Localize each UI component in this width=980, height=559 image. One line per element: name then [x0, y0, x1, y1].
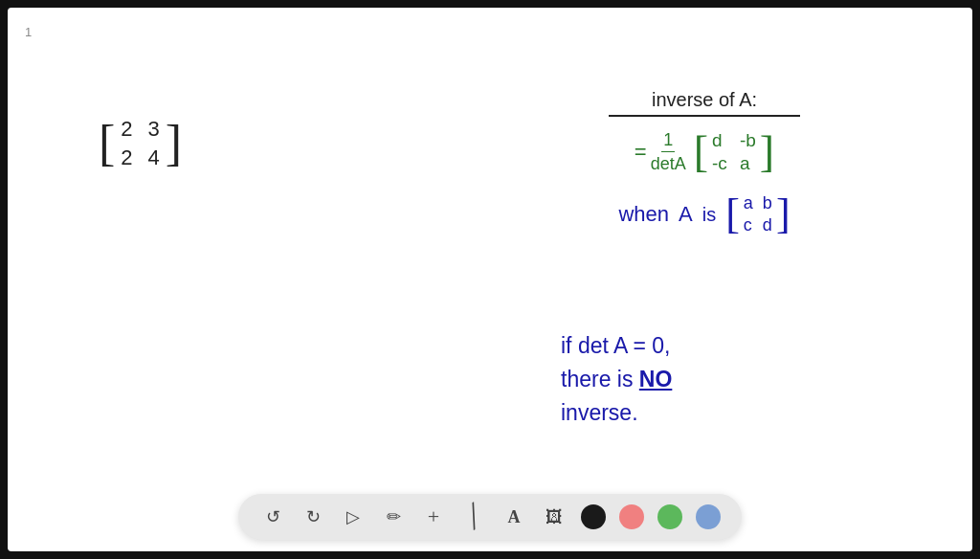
blue-cell-00: a	[744, 193, 753, 213]
there-line: there is NO	[561, 367, 886, 392]
green-matrix: [ d -b -c a ]	[694, 128, 774, 176]
matrix-values: 2 3 2 4	[115, 113, 166, 174]
color-black[interactable]	[581, 504, 606, 529]
matrix-cell-00: 2	[121, 117, 132, 142]
blue-matrix-values: a b c d	[740, 191, 776, 237]
fraction-denominator: detA	[651, 152, 686, 174]
bracket-left: [	[99, 119, 115, 168]
green-matrix-values: d -b -c a	[708, 128, 760, 176]
image-icon: 🖼	[546, 507, 563, 527]
bracket-right: ]	[166, 119, 182, 168]
green-cell-01: -b	[740, 130, 756, 151]
fraction-numerator: 1	[661, 130, 675, 152]
formula-line: = 1 detA [ d -b -c a ]	[523, 128, 886, 176]
there-is-text: there is	[561, 367, 639, 391]
matrix-bracket-group: [ 2 3 2 4 ]	[99, 113, 182, 174]
math-content-area: inverse of A: = 1 detA [ d -b -c a ]	[523, 89, 886, 257]
when-text: when	[618, 202, 669, 227]
title-underline	[609, 115, 800, 117]
left-matrix: [ 2 3 2 4 ]	[99, 113, 182, 174]
color-green[interactable]	[657, 504, 682, 529]
matrix-cell-01: 3	[148, 117, 160, 142]
equals-sign: =	[635, 140, 647, 165]
a-label: A	[679, 202, 693, 227]
image-tool-button[interactable]: 🖼	[541, 503, 568, 530]
text-tool-button[interactable]: A	[501, 503, 527, 530]
select-icon: ▷	[346, 506, 360, 527]
if-line: if det A = 0,	[561, 333, 886, 359]
inverse-title-text: inverse of A:	[652, 89, 757, 110]
green-cell-00: d	[712, 130, 728, 151]
green-cell-11: a	[740, 153, 756, 174]
select-tool-button[interactable]: ▷	[340, 503, 367, 530]
canvas: 1 [ 2 3 2 4 ] inverse of A: = 1 detA	[8, 8, 972, 551]
fraction: 1 detA	[651, 130, 686, 174]
pen-tool-button[interactable]: ✏	[380, 503, 407, 530]
blue-cell-10: c	[744, 215, 753, 235]
add-button[interactable]: +	[420, 503, 447, 530]
bottom-section: if det A = 0, there is NO inverse.	[561, 333, 886, 426]
pen-icon: ✏	[387, 506, 401, 527]
eraser-button[interactable]: ╱	[460, 503, 487, 530]
matrix-cell-10: 2	[121, 145, 132, 170]
undo-button[interactable]: ↺	[259, 503, 286, 530]
is-text: is	[702, 204, 716, 226]
undo-icon: ↺	[266, 506, 280, 527]
eraser-icon: ╱	[462, 503, 485, 530]
blue-matrix: [ a b c d ]	[725, 191, 790, 237]
matrix-cell-11: 4	[148, 145, 160, 170]
redo-icon: ↻	[306, 506, 321, 527]
when-line: when A is [ a b c d ]	[523, 191, 886, 237]
inverse-title: inverse of A:	[523, 89, 886, 111]
inverse-period-line: inverse.	[561, 400, 886, 426]
green-bracket-left: [	[694, 130, 708, 174]
no-text: NO	[639, 367, 673, 391]
green-bracket-right: ]	[760, 130, 774, 174]
redo-button[interactable]: ↻	[300, 503, 326, 530]
blue-cell-01: b	[763, 193, 772, 213]
page-number: 1	[25, 25, 32, 39]
color-blue[interactable]	[696, 504, 721, 529]
text-icon: A	[508, 507, 521, 527]
color-pink[interactable]	[619, 504, 644, 529]
blue-cell-11: d	[763, 215, 772, 235]
blue-bracket-left: [	[725, 193, 740, 235]
blue-bracket-right: ]	[776, 193, 791, 235]
add-icon: +	[428, 504, 439, 529]
green-cell-10: -c	[712, 153, 728, 174]
toolbar: ↺ ↻ ▷ ✏ + ╱ A 🖼	[238, 494, 742, 540]
